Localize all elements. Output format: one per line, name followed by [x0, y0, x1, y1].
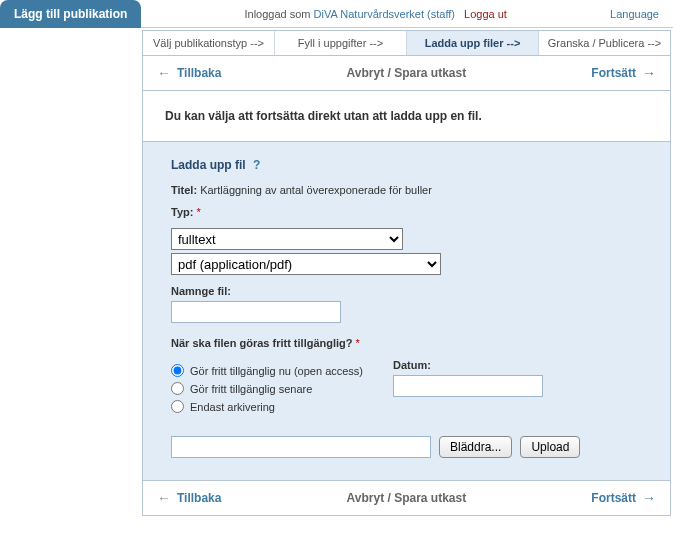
add-publication-tab[interactable]: Lägg till publikation — [0, 0, 141, 28]
help-icon[interactable]: ? — [253, 158, 260, 172]
date-label: Datum: — [393, 359, 543, 371]
upload-heading: Ladda upp fil — [171, 158, 246, 172]
required-marker: * — [356, 337, 360, 349]
language-link[interactable]: Language — [610, 8, 673, 20]
back-label: Tillbaka — [177, 66, 221, 80]
arrow-left-icon: ← — [157, 491, 171, 505]
step-review-publish[interactable]: Granska / Publicera --> — [539, 31, 670, 55]
arrow-right-icon: → — [642, 491, 656, 505]
date-input[interactable] — [393, 375, 543, 397]
required-marker: * — [196, 206, 200, 218]
sidebar — [0, 28, 140, 522]
browse-button[interactable]: Bläddra... — [439, 436, 512, 458]
type-label: Typ: — [171, 206, 193, 218]
name-file-label: Namnge fil: — [171, 285, 642, 297]
radio-archive-only[interactable] — [171, 400, 184, 413]
cancel-save-button[interactable]: Avbryt / Spara utkast — [347, 66, 467, 80]
back-label: Tillbaka — [177, 491, 221, 505]
cancel-save-button-bottom[interactable]: Avbryt / Spara utkast — [347, 491, 467, 505]
continue-button[interactable]: Fortsätt → — [591, 66, 656, 80]
continue-button-bottom[interactable]: Fortsätt → — [591, 491, 656, 505]
arrow-right-icon: → — [642, 66, 656, 80]
step-choose-type[interactable]: Välj publikationstyp --> — [143, 31, 275, 55]
login-info: Inloggad som DiVA Naturvårdsverket (staf… — [141, 8, 610, 20]
availability-label: När ska filen göras fritt tillgänglig? — [171, 337, 353, 349]
radio-later-label: Gör fritt tillgänglig senare — [190, 383, 312, 395]
step-fill-details[interactable]: Fyll i uppgifter --> — [275, 31, 407, 55]
radio-later[interactable] — [171, 382, 184, 395]
radio-open-access[interactable] — [171, 364, 184, 377]
file-path-display — [171, 436, 431, 458]
continue-label: Fortsätt — [591, 66, 636, 80]
step-upload-files[interactable]: Ladda upp filer --> — [407, 31, 539, 55]
radio-archive-only-label: Endast arkivering — [190, 401, 275, 413]
arrow-left-icon: ← — [157, 66, 171, 80]
format-select[interactable]: pdf (application/pdf) — [171, 253, 441, 275]
type-select[interactable]: fulltext — [171, 228, 403, 250]
logged-in-label: Inloggad som — [244, 8, 310, 20]
title-label: Titel: — [171, 184, 197, 196]
upload-panel: Ladda upp fil ? Titel: Kartläggning av a… — [142, 142, 671, 481]
back-button[interactable]: ← Tillbaka — [157, 66, 221, 80]
continue-label: Fortsätt — [591, 491, 636, 505]
name-file-input[interactable] — [171, 301, 341, 323]
wizard-steps: Välj publikationstyp --> Fyll i uppgifte… — [142, 30, 671, 56]
logout-link[interactable]: Logga ut — [464, 8, 507, 20]
user-link[interactable]: DiVA Naturvårdsverket (staff) — [314, 8, 455, 20]
info-text: Du kan välja att fortsätta direkt utan a… — [142, 91, 671, 142]
radio-open-access-label: Gör fritt tillgänglig nu (open access) — [190, 365, 363, 377]
upload-button[interactable]: Upload — [520, 436, 580, 458]
back-button-bottom[interactable]: ← Tillbaka — [157, 491, 221, 505]
title-value: Kartläggning av antal överexponerade för… — [200, 184, 432, 196]
